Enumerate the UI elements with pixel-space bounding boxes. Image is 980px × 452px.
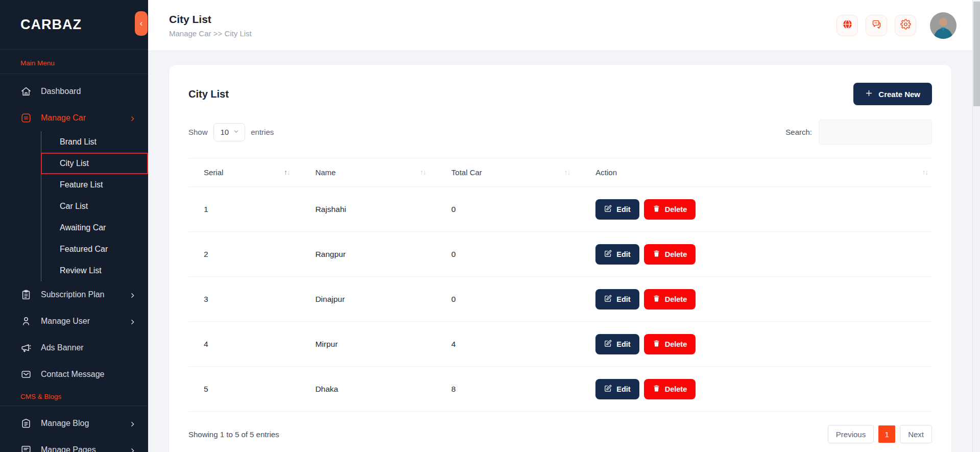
messages-button[interactable]: [866, 15, 887, 36]
column-header-action[interactable]: Action ↑↓: [580, 158, 932, 187]
sort-desc-icon: ↓: [423, 169, 426, 176]
create-new-label: Create New: [878, 90, 920, 99]
trash-icon: [653, 250, 660, 259]
city-table: Serial ↑↓ Name ↑↓ Total Car ↑↓ Action ↑↓: [188, 158, 932, 412]
sidebar-collapse-button[interactable]: ‹: [135, 11, 148, 36]
list-square-icon: [20, 112, 32, 124]
scrollbar-thumb[interactable]: [973, 2, 980, 106]
cell-name: Rajshahi: [300, 187, 436, 232]
delete-button[interactable]: Delete: [644, 334, 696, 354]
entries-label: entries: [251, 128, 274, 136]
table-controls: Show 10 entries Search:: [188, 120, 932, 145]
topbar-actions: [836, 12, 957, 39]
cell-serial: 4: [188, 322, 300, 367]
submenu-item-featured-car[interactable]: Featured Car: [41, 239, 148, 260]
edit-pencil-icon: [604, 340, 612, 349]
cell-serial: 3: [188, 277, 300, 322]
submenu-item-city-list-active[interactable]: City List: [41, 153, 148, 174]
submenu-item-car-list[interactable]: Car List: [41, 196, 148, 217]
entries-summary: Showing 1 to 5 of 5 entries: [188, 430, 279, 439]
chevron-right-icon: [129, 447, 136, 452]
submenu-label: City List: [60, 159, 89, 168]
cell-serial: 2: [188, 232, 300, 277]
page-size-group: Show 10 entries: [188, 123, 274, 141]
sidebar-item-label: Manage User: [41, 317, 90, 326]
sidebar-item-subscription-plan[interactable]: Subscription Plan: [0, 281, 148, 308]
trash-icon: [653, 385, 660, 394]
user-avatar[interactable]: [930, 12, 957, 39]
home-icon: [20, 86, 32, 97]
language-button[interactable]: [836, 15, 858, 36]
sidebar-section-main-menu: Main Menu: [0, 50, 148, 74]
create-new-button[interactable]: Create New: [853, 83, 932, 105]
vertical-scrollbar[interactable]: [972, 0, 980, 452]
breadcrumb: Manage Car >> City List: [169, 29, 252, 38]
edit-label: Edit: [616, 340, 630, 348]
chat-icon: [871, 19, 882, 32]
search-input[interactable]: [819, 120, 932, 145]
sidebar-item-ads-banner[interactable]: Ads Banner: [0, 335, 148, 361]
submenu-item-review-list[interactable]: Review List: [41, 260, 148, 281]
action-cell: Edit Delete: [595, 232, 932, 276]
current-page-button[interactable]: 1: [878, 425, 895, 443]
delete-button[interactable]: Delete: [644, 244, 696, 265]
sidebar-item-contact-message[interactable]: Contact Message: [0, 361, 148, 388]
globe-icon: [842, 19, 853, 32]
settings-button[interactable]: [895, 15, 916, 36]
edit-label: Edit: [616, 250, 630, 258]
sort-icons: ↑↓: [284, 169, 290, 176]
edit-button[interactable]: Edit: [595, 379, 639, 399]
delete-label: Delete: [665, 385, 687, 393]
cell-total-car: 0: [436, 232, 580, 277]
cell-name: Dinajpur: [300, 277, 436, 322]
page-title: City List: [169, 13, 252, 26]
edit-label: Edit: [616, 205, 630, 213]
cell-name: Rangpur: [300, 232, 436, 277]
megaphone-icon: [20, 342, 32, 353]
edit-pencil-icon: [604, 295, 612, 304]
table-row: 3 Dinajpur 0 Edit Delete: [188, 277, 932, 322]
search-label: Search:: [785, 128, 812, 136]
edit-button[interactable]: Edit: [595, 199, 639, 220]
delete-label: Delete: [665, 205, 687, 213]
edit-button[interactable]: Edit: [595, 244, 639, 265]
submenu-label: Car List: [60, 202, 88, 211]
page-heading-block: City List Manage Car >> City List: [169, 13, 252, 38]
plus-icon: [865, 89, 873, 99]
previous-page-button[interactable]: Previous: [828, 425, 874, 443]
manage-car-submenu: Brand List City List Feature List Car Li…: [41, 131, 148, 281]
submenu-item-feature-list[interactable]: Feature List: [41, 174, 148, 196]
column-header-name[interactable]: Name ↑↓: [300, 158, 436, 187]
next-page-button[interactable]: Next: [900, 425, 932, 443]
topbar: City List Manage Car >> City List: [148, 0, 980, 51]
column-header-serial[interactable]: Serial ↑↓: [188, 158, 300, 187]
chevron-down-icon: [233, 128, 240, 136]
sidebar-item-manage-user[interactable]: Manage User: [0, 308, 148, 335]
delete-button[interactable]: Delete: [644, 379, 696, 399]
submenu-item-brand-list[interactable]: Brand List: [41, 131, 148, 153]
submenu-label: Review List: [60, 266, 102, 275]
sidebar-item-label: Contact Message: [41, 370, 105, 379]
edit-button[interactable]: Edit: [595, 334, 639, 354]
delete-button[interactable]: Delete: [644, 289, 696, 310]
column-header-total-car[interactable]: Total Car ↑↓: [436, 158, 580, 187]
edit-button[interactable]: Edit: [595, 289, 639, 310]
submenu-label: Awaiting Car: [60, 223, 106, 232]
sidebar-item-dashboard[interactable]: Dashboard: [0, 78, 148, 105]
edit-pencil-icon: [604, 205, 612, 214]
sidebar-item-label: Dashboard: [41, 87, 81, 96]
sidebar-item-manage-pages[interactable]: Manage Pages: [0, 437, 148, 452]
user-icon: [20, 316, 32, 327]
delete-label: Delete: [665, 250, 687, 258]
sidebar-item-manage-blog[interactable]: Manage Blog: [0, 410, 148, 437]
page-size-select[interactable]: 10: [213, 123, 246, 141]
submenu-item-awaiting-car[interactable]: Awaiting Car: [41, 217, 148, 239]
action-cell: Edit Delete: [595, 277, 932, 321]
trash-icon: [653, 340, 660, 349]
cell-name: Dhaka: [300, 367, 436, 412]
trash-icon: [653, 295, 660, 304]
chevron-left-icon: ‹: [140, 18, 143, 29]
delete-button[interactable]: Delete: [644, 199, 696, 220]
edit-label: Edit: [616, 385, 630, 393]
sidebar-item-manage-car[interactable]: Manage Car: [0, 105, 148, 131]
